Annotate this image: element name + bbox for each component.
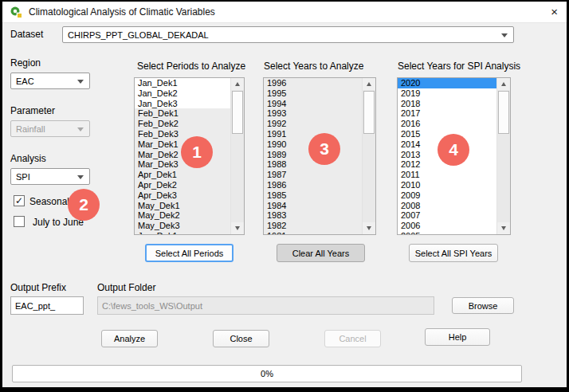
scroll-up-icon[interactable] — [497, 78, 510, 90]
analyze-button[interactable]: Analyze — [101, 330, 158, 347]
scrollbar-track[interactable] — [497, 90, 510, 222]
list-item[interactable]: 1992 — [264, 119, 362, 129]
dataset-value: CHIRPS_PPT_GLOBAL_DEKADAL — [68, 30, 209, 40]
list-item[interactable]: 1982 — [264, 221, 362, 231]
list-item[interactable]: Jan_Dek1 — [135, 78, 230, 88]
output-folder-label: Output Folder — [97, 282, 155, 293]
list-item[interactable]: 2005 — [398, 231, 496, 234]
output-prefix-value: EAC_ppt_ — [15, 301, 55, 311]
scrollbar-track[interactable] — [363, 90, 375, 222]
spi-years-list-label: Select Years for SPI Analysis — [398, 61, 520, 72]
years-scrollbar[interactable] — [362, 78, 375, 234]
dataset-label: Dataset — [10, 29, 43, 40]
july-to-june-checkbox[interactable]: ✓ — [14, 216, 25, 227]
checkmark-icon: ✓ — [15, 196, 23, 206]
analysis-value: SPI — [16, 172, 30, 182]
list-item[interactable]: 2020 — [398, 78, 496, 88]
list-item[interactable]: Jan_Dek2 — [135, 88, 230, 99]
seasonal-totals-checkbox[interactable]: ✓ — [14, 195, 25, 206]
scroll-up-icon[interactable] — [231, 78, 244, 90]
list-item[interactable]: 1996 — [264, 78, 362, 88]
annotation-badge-4: 4 — [438, 134, 469, 166]
annotation-badge-1: 1 — [181, 136, 213, 168]
list-item[interactable]: May_Dek3 — [135, 221, 230, 231]
list-item[interactable]: Apr_Dek1 — [135, 170, 230, 180]
list-item[interactable]: Feb_Dek1 — [135, 108, 230, 119]
spi-scrollbar[interactable] — [496, 78, 510, 234]
dataset-dropdown[interactable]: CHIRPS_PPT_GLOBAL_DEKADAL — [62, 26, 514, 43]
years-list-label: Select Years to Analyze — [264, 61, 363, 72]
list-item[interactable]: Apr_Dek3 — [135, 190, 230, 201]
list-item[interactable]: 2016 — [398, 119, 496, 129]
cancel-button: Cancel — [324, 330, 381, 347]
parameter-label: Parameter — [10, 105, 55, 116]
list-item[interactable]: May_Dek1 — [135, 201, 230, 211]
list-item[interactable]: Jan_Dek3 — [135, 99, 230, 109]
output-folder-value: C:\fews_tools_WS\Output — [102, 301, 202, 311]
scroll-up-icon[interactable] — [363, 78, 375, 90]
list-item[interactable]: 1986 — [264, 180, 362, 190]
chevron-down-icon — [501, 33, 508, 37]
list-item[interactable]: 1988 — [264, 159, 362, 170]
close-button[interactable]: Close — [213, 330, 269, 347]
list-item[interactable]: 1985 — [264, 190, 362, 201]
progress-value: 0% — [261, 369, 273, 378]
scrollbar-thumb[interactable] — [363, 91, 375, 134]
chevron-down-icon — [77, 175, 84, 179]
parameter-value: Rainfall — [16, 124, 45, 134]
list-item[interactable]: Jun_Dek1 — [135, 231, 230, 234]
list-item[interactable]: 1983 — [264, 210, 362, 221]
periods-scrollbar[interactable] — [230, 78, 244, 234]
scroll-down-icon[interactable] — [363, 222, 375, 234]
scroll-down-icon[interactable] — [497, 222, 510, 234]
list-item[interactable]: 2018 — [398, 99, 496, 109]
chevron-down-icon — [77, 127, 84, 131]
output-folder-input: C:\fews_tools_WS\Output — [97, 296, 434, 315]
list-item[interactable]: 1987 — [264, 170, 362, 180]
list-item[interactable]: 2017 — [398, 108, 496, 119]
region-value: EAC — [16, 76, 34, 86]
analysis-label: Analysis — [10, 153, 46, 164]
region-dropdown[interactable]: EAC — [10, 73, 90, 89]
clear-all-years-button[interactable]: Clear All Years — [277, 244, 365, 262]
output-prefix-input[interactable]: EAC_ppt_ — [10, 296, 84, 315]
list-item[interactable]: Mar_Dek3 — [135, 159, 230, 170]
list-item[interactable]: 2010 — [398, 180, 496, 190]
scrollbar-track[interactable] — [231, 90, 244, 222]
parameter-dropdown: Rainfall — [10, 120, 90, 137]
list-item[interactable]: 1981 — [264, 231, 362, 234]
window-title: Climatological Analysis of Climatic Vari… — [29, 6, 215, 18]
select-all-spi-years-button[interactable]: Select All SPI Years — [409, 244, 498, 262]
scroll-down-icon[interactable] — [231, 222, 244, 234]
list-item[interactable]: Apr_Dek2 — [135, 180, 230, 190]
periods-list-label: Select Periods to Analyze — [137, 61, 245, 72]
help-button[interactable]: Help — [425, 328, 490, 346]
close-icon[interactable]: × — [551, 5, 558, 19]
list-item[interactable]: 2011 — [398, 170, 496, 180]
qgis-icon — [10, 6, 22, 18]
scrollbar-thumb[interactable] — [498, 91, 509, 134]
dialog-window: Climatological Analysis of Climatic Vari… — [2, 2, 567, 387]
select-all-periods-button[interactable]: Select All Periods — [145, 244, 233, 262]
list-item[interactable]: 2006 — [398, 221, 496, 231]
scrollbar-thumb[interactable] — [232, 91, 243, 134]
dialog-frame: Climatological Analysis of Climatic Vari… — [0, 0, 569, 392]
list-item[interactable]: 1984 — [264, 201, 362, 211]
list-item[interactable]: Feb_Dek2 — [135, 119, 230, 129]
list-item[interactable]: 2019 — [398, 88, 496, 99]
browse-button[interactable]: Browse — [452, 297, 514, 314]
region-label: Region — [10, 57, 41, 69]
list-item[interactable]: 1995 — [264, 88, 362, 99]
list-item[interactable]: May_Dek2 — [135, 210, 230, 221]
output-prefix-label: Output Prefix — [10, 282, 66, 293]
list-item[interactable]: Feb_Dek3 — [135, 129, 230, 139]
annotation-badge-3: 3 — [308, 133, 340, 165]
title-bar: Climatological Analysis of Climatic Vari… — [2, 2, 567, 23]
list-item[interactable]: 1993 — [264, 108, 362, 119]
list-item[interactable]: 2008 — [398, 201, 496, 211]
analysis-dropdown[interactable]: SPI — [10, 168, 90, 185]
list-item[interactable]: 1994 — [264, 99, 362, 109]
annotation-badge-2: 2 — [68, 189, 100, 221]
list-item[interactable]: 2009 — [398, 190, 496, 201]
list-item[interactable]: 2007 — [398, 210, 496, 221]
